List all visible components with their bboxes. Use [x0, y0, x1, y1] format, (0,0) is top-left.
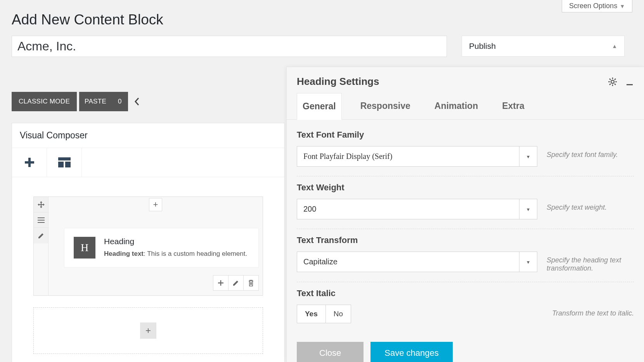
move-icon[interactable] [34, 197, 48, 212]
select-value: 200 [297, 199, 519, 219]
add-element-button[interactable] [12, 148, 47, 177]
select-value: Capitalize [297, 252, 519, 272]
plus-icon: + [140, 322, 156, 339]
tab-animation[interactable]: Animation [429, 93, 483, 119]
field-text-weight: Text Weight 200 ▾ Specify text weight. [297, 176, 634, 229]
caret-down-icon: ▾ [519, 252, 537, 272]
font-family-select[interactable]: Font Playfair Display (Serif) ▾ [297, 146, 537, 167]
text-weight-select[interactable]: 200 ▾ [297, 199, 537, 219]
visual-composer-panel: Visual Composer [12, 123, 285, 362]
minimize-icon[interactable] [625, 78, 634, 86]
screen-options-button[interactable]: Screen Options ▼ [562, 0, 632, 12]
vc-element-heading[interactable]: H Heading Heading text: This is a custom… [64, 228, 259, 267]
vc-row: + H Heading Heading text: This is a cust… [33, 197, 263, 296]
visual-composer-title: Visual Composer [12, 123, 284, 148]
row-bottom-actions [48, 271, 263, 295]
publish-label: Publish [469, 41, 496, 51]
svg-rect-3 [38, 217, 45, 218]
element-description: Heading text: This is a custom heading e… [104, 250, 247, 258]
paste-button[interactable]: PASTE [79, 92, 112, 111]
field-help: Transform the text to italic. [360, 305, 634, 317]
field-text-italic: Text Italic Yes No Transform the text to… [297, 282, 634, 333]
templates-button[interactable] [47, 148, 82, 177]
field-label: Text Transform [297, 235, 634, 245]
caret-down-icon: ▾ [519, 147, 537, 166]
field-label: Text Font Family [297, 130, 634, 140]
field-text-transform: Text Transform Capitalize ▾ Specify the … [297, 229, 634, 282]
tab-general[interactable]: General [297, 93, 342, 120]
svg-rect-5 [38, 222, 45, 223]
field-label: Text Italic [297, 288, 634, 298]
select-value: Font Playfair Display (Serif) [297, 147, 519, 166]
element-title: Heading [104, 237, 247, 246]
field-text-font-family: Text Font Family Font Playfair Display (… [297, 124, 634, 176]
pencil-icon[interactable] [228, 275, 244, 291]
settings-tabs: General Responsive Animation Extra [287, 93, 644, 120]
svg-rect-2 [65, 162, 71, 167]
italic-no-button[interactable]: No [325, 305, 351, 323]
tab-responsive[interactable]: Responsive [355, 93, 416, 119]
add-column-element-button[interactable]: + [149, 198, 162, 211]
trash-icon[interactable] [243, 275, 259, 291]
classic-mode-button[interactable]: CLASSIC MODE [12, 92, 77, 111]
screen-options-label: Screen Options [569, 2, 617, 10]
italic-yes-button[interactable]: Yes [297, 305, 326, 323]
chevron-left-icon[interactable] [133, 97, 140, 107]
title-input[interactable] [12, 36, 447, 57]
svg-rect-4 [38, 220, 45, 221]
save-changes-button[interactable]: Save changes [370, 342, 452, 362]
settings-footer: Close Save changes [297, 342, 634, 362]
settings-panel: Heading Settings General Responsive Anim… [286, 67, 644, 362]
add-icon[interactable] [213, 275, 229, 291]
heading-icon: H [74, 237, 95, 259]
italic-toggle: Yes No [297, 305, 351, 323]
publish-header[interactable]: Publish ▲ [462, 36, 624, 56]
paste-count[interactable]: 0 [112, 92, 128, 111]
svg-rect-1 [58, 162, 64, 167]
field-label: Text Weight [297, 183, 634, 193]
columns-icon[interactable] [34, 212, 48, 228]
field-help: Specify the heading text transformation. [547, 252, 634, 272]
gear-icon[interactable] [608, 77, 618, 87]
vc-toolbar [12, 148, 284, 177]
page-title: Add New Content Block [0, 0, 644, 36]
text-transform-select[interactable]: Capitalize ▾ [297, 252, 537, 272]
settings-title: Heading Settings [297, 76, 379, 88]
svg-rect-0 [58, 157, 71, 160]
add-row-zone[interactable]: + [33, 307, 263, 354]
row-handles [34, 197, 48, 295]
caret-down-icon: ▾ [519, 199, 537, 219]
caret-down-icon: ▼ [620, 3, 625, 9]
field-help: Specify text weight. [547, 199, 634, 212]
caret-up-icon: ▲ [612, 43, 617, 49]
publish-box: Publish ▲ [462, 36, 625, 57]
close-button[interactable]: Close [297, 342, 364, 362]
field-help: Specify text font family. [547, 146, 634, 159]
tab-extra[interactable]: Extra [497, 93, 530, 119]
edit-icon[interactable] [34, 228, 48, 243]
svg-rect-7 [627, 84, 633, 85]
svg-point-6 [611, 80, 614, 83]
